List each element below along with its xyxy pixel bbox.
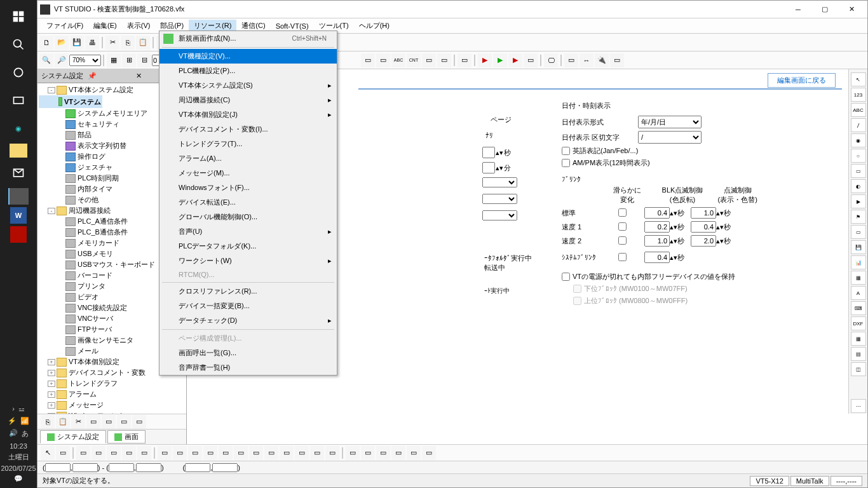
spinner-1[interactable] (482, 147, 495, 158)
lt-20[interactable]: ▭ (346, 446, 360, 460)
grid-icon[interactable]: ▦ (107, 53, 121, 67)
menu-item[interactable]: 画面呼出一覧(G)... (159, 346, 337, 360)
clock-time[interactable]: 10:23 (0, 442, 37, 450)
volume-icon[interactable]: 🔊 (9, 429, 18, 438)
new-icon[interactable]: 🗋 (39, 36, 53, 50)
network-icon[interactable]: 📶 (20, 417, 29, 425)
tool-k-icon[interactable]: ↔ (580, 53, 593, 67)
mini-b-icon[interactable]: ▭ (102, 415, 116, 429)
rt-rect-icon[interactable]: ▭ (851, 164, 866, 178)
blink-std-disp-input[interactable] (691, 207, 716, 219)
lt-13[interactable]: ▭ (234, 446, 248, 460)
mini-d-icon[interactable]: ▭ (132, 415, 146, 429)
lt-11[interactable]: ▭ (203, 446, 217, 460)
rt-ellipsis-icon[interactable]: ⋯ (851, 399, 866, 413)
spinner-2[interactable] (482, 162, 495, 173)
tool-c-icon[interactable]: ▭ (422, 53, 436, 67)
copy-icon[interactable]: ⎘ (121, 36, 135, 50)
blink-sys-input[interactable] (644, 252, 670, 263)
rt-dxf-icon[interactable]: DXF (851, 316, 866, 330)
menu-2[interactable]: 表示(V) (122, 20, 156, 32)
lt-12[interactable]: ▭ (219, 446, 233, 460)
mini-copy-icon[interactable]: ⎘ (41, 415, 55, 429)
rt-abc-icon[interactable]: ABC (851, 103, 866, 117)
lt-3[interactable]: ▭ (76, 446, 90, 460)
tree-item[interactable]: VTシステム (39, 95, 102, 108)
paste-icon[interactable]: 📋 (136, 36, 150, 50)
wifi-icon[interactable]: ⚍ (18, 405, 25, 413)
lt-21[interactable]: ▭ (361, 446, 375, 460)
menu-item[interactable]: VT本体システム設定(S)▸ (159, 78, 337, 93)
lt-23[interactable]: ▭ (391, 446, 405, 460)
blink-2-disp-input[interactable] (691, 235, 716, 247)
menu-0[interactable]: ファイル(F) (41, 20, 88, 32)
tool-a-icon[interactable]: ▭ (361, 53, 375, 67)
menu-8[interactable]: ヘルプ(H) (354, 20, 395, 32)
rt-disk-icon[interactable]: 💾 (851, 240, 866, 254)
menu-item[interactable]: データチェック(D)▸ (159, 313, 337, 328)
menu-item[interactable]: ワークシート(W)▸ (159, 254, 337, 268)
rt-flag-icon[interactable]: ⚑ (851, 210, 866, 224)
menu-item[interactable]: デバイスコメント・変数(I)... (159, 122, 337, 137)
size-h-input[interactable] (212, 463, 238, 472)
lt-8[interactable]: ▭ (158, 446, 172, 460)
lt-9[interactable]: ▭ (173, 446, 187, 460)
menu-item[interactable]: PLC機種設定(P)... (159, 64, 337, 78)
zoom-select[interactable]: 70% (69, 55, 101, 66)
blink-2-blk-input[interactable] (644, 235, 670, 247)
blink-sys-checkbox[interactable] (618, 253, 627, 261)
monitor-icon[interactable]: 🖵 (544, 53, 558, 67)
combo-3[interactable] (482, 210, 517, 220)
tab-screen[interactable]: 画面 (107, 430, 146, 444)
rt-meter-icon[interactable]: ◐ (851, 179, 866, 193)
abc-icon[interactable]: ABC (391, 53, 405, 67)
rt-calc-icon[interactable]: ▦ (851, 271, 866, 285)
mini-cut-icon[interactable]: ✂ (71, 415, 85, 429)
lt-22[interactable]: ▭ (376, 446, 390, 460)
tree-item[interactable]: +メッセージ (39, 400, 185, 410)
rt-123-icon[interactable]: 123 (851, 88, 866, 102)
menu-item[interactable]: 音声辞書一覧(H) (159, 360, 337, 375)
menu-6[interactable]: Soft-VT(S) (271, 21, 314, 31)
menu-item[interactable]: VT機種設定(V)... (159, 49, 337, 64)
menu-item[interactable]: アラーム(A)... (159, 151, 337, 166)
battery-icon[interactable]: ⚡ (8, 417, 17, 425)
word-icon[interactable]: W (10, 207, 27, 224)
date-sep-select[interactable]: / (638, 131, 702, 144)
menu-item[interactable]: クロスリファレンス(R)... (159, 284, 337, 299)
zoom-out-icon[interactable]: 🔎 (55, 53, 69, 67)
menu-item[interactable]: VT本体個別設定(J)▸ (159, 107, 337, 122)
lt-17[interactable]: ▭ (295, 446, 309, 460)
open-icon[interactable]: 📂 (55, 36, 69, 50)
tree-item[interactable]: +トレンドグラフ (39, 378, 185, 389)
rt-arrow-icon[interactable]: ↖ (851, 72, 866, 86)
tool-f-icon[interactable]: ▶ (478, 53, 492, 67)
coord-y-input[interactable] (72, 463, 98, 472)
tool-h-icon[interactable]: ▶ (508, 53, 522, 67)
size-w-input[interactable] (185, 463, 210, 472)
mini-c-icon[interactable]: ▭ (117, 415, 131, 429)
date-format-select[interactable]: 年/月/日 (638, 116, 702, 128)
tool-b-icon[interactable]: ▭ (376, 53, 390, 67)
lt-2[interactable]: ▭ (56, 446, 70, 460)
snap-icon[interactable]: ⊟ (137, 53, 151, 67)
menu-item[interactable]: 新規画面作成(N)...Ctrl+Shift+N (159, 31, 337, 46)
tool-j-icon[interactable]: ▭ (564, 53, 578, 67)
combo-1[interactable] (482, 177, 517, 187)
start-button[interactable] (6, 4, 31, 29)
mini-a-icon[interactable]: ▭ (86, 415, 100, 429)
blink-1-smooth-checkbox[interactable] (618, 222, 627, 231)
zoom-in-icon[interactable]: 🔍 (39, 53, 53, 67)
rt-graph-icon[interactable]: 📊 (851, 255, 866, 269)
coord-x-input[interactable] (45, 463, 71, 472)
keep-values-checkbox[interactable] (562, 273, 570, 281)
tool-m-icon[interactable]: ▭ (610, 53, 624, 67)
combo-2[interactable] (482, 194, 517, 204)
tool-g-icon[interactable]: ▶ (493, 53, 507, 67)
menu-item[interactable]: 音声(U)▸ (159, 224, 337, 239)
tool-d-icon[interactable]: ▭ (437, 53, 451, 67)
menu-item[interactable]: グローバル機能制御(O)... (159, 210, 337, 224)
lt-5[interactable]: ▭ (107, 446, 121, 460)
panel-pin-icon[interactable]: 📌 (88, 72, 134, 80)
coord-y2-input[interactable] (136, 463, 161, 472)
